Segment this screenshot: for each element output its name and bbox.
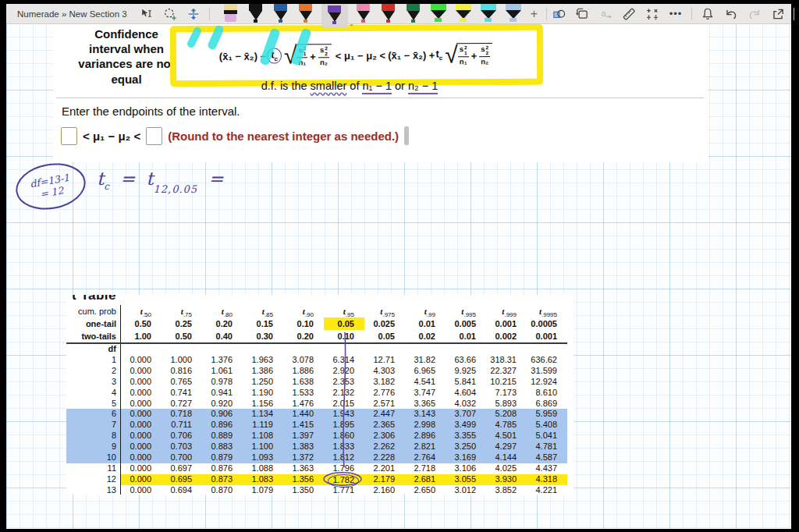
more-options-icon[interactable]: ••• xyxy=(668,6,684,22)
redo-icon[interactable] xyxy=(747,6,762,22)
t-value: 5.408 xyxy=(527,420,567,431)
t-value: 6.314 xyxy=(324,355,364,366)
t-value: 1.812 xyxy=(324,452,364,463)
t-value: 4.785 xyxy=(486,420,527,431)
t-value: 1.943 xyxy=(324,409,364,420)
t-value: 3.365 xyxy=(405,399,446,410)
share-icon[interactable] xyxy=(770,6,786,22)
spacer-cell xyxy=(364,344,405,355)
df-note: d.f. is the smaller of n₁ − 1 or n₂ − 1 xyxy=(201,80,498,92)
black-pen[interactable] xyxy=(247,4,265,24)
col-header-cum-prob: cum. prob xyxy=(66,305,121,317)
t-value: 2.776 xyxy=(364,388,405,399)
t-value: 1.363 xyxy=(283,463,324,474)
t-value: 0.000 xyxy=(121,452,162,463)
ink-to-text-icon[interactable]: a xyxy=(598,6,613,22)
t-value: 3.055 xyxy=(446,474,486,485)
one-tail-value: 0.01 xyxy=(405,317,446,330)
t-value: 3.078 xyxy=(283,355,324,366)
t-value: 0.000 xyxy=(121,355,162,366)
t-value: 0.978 xyxy=(202,377,243,388)
t-value: 1.886 xyxy=(283,366,324,377)
select-tool-icon[interactable] xyxy=(139,6,154,22)
yellow-highlighter[interactable] xyxy=(454,4,473,24)
spacer-cell xyxy=(202,344,243,355)
t-value: 2.306 xyxy=(364,431,405,442)
t-value: 0.000 xyxy=(121,388,162,399)
top-toolbar: Numerade » New Section 3 ⌄ + a ••• xyxy=(6,4,791,24)
t-value: 0.694 xyxy=(162,485,202,495)
pink-pen[interactable] xyxy=(354,4,373,24)
t-value: 1.088 xyxy=(243,463,283,474)
t-value: 0.000 xyxy=(121,377,162,388)
math-icon[interactable] xyxy=(645,6,660,22)
upper-endpoint-input[interactable] xyxy=(146,127,162,145)
eraser[interactable] xyxy=(222,4,240,24)
lower-endpoint-input[interactable] xyxy=(61,127,77,145)
t-value: 4.437 xyxy=(527,463,567,474)
t-value: 0.000 xyxy=(121,485,162,495)
t-value: 4.221 xyxy=(527,485,567,495)
add-pen-button[interactable]: + xyxy=(531,7,538,21)
t-value: 0.695 xyxy=(162,474,202,485)
t-value: 3.182 xyxy=(364,377,405,388)
notifications-bell-icon[interactable] xyxy=(700,6,716,22)
df-value: 8 xyxy=(66,431,121,442)
t-value: 0.718 xyxy=(162,409,202,420)
t-value: 0.941 xyxy=(202,388,243,399)
t-value: 318.31 xyxy=(486,355,527,366)
t-value: 3.106 xyxy=(446,463,486,474)
problem-panel: Confidenceinterval whenvariances are not… xyxy=(53,23,708,162)
t-value: 5.208 xyxy=(486,409,527,420)
two-tails-value: 0.002 xyxy=(486,330,527,342)
t-value: 1.386 xyxy=(243,366,283,377)
t-value: 1.895 xyxy=(324,420,364,431)
bluegray-highlighter[interactable] xyxy=(504,4,523,24)
text-cursor xyxy=(404,126,409,145)
one-tail-value: 0.20 xyxy=(202,317,243,330)
t-value: 2.262 xyxy=(364,442,405,452)
lasso-select-icon[interactable] xyxy=(162,6,178,22)
notebook-canvas[interactable]: Confidenceinterval whenvariances are not… xyxy=(6,23,791,529)
t-value: 4.781 xyxy=(527,442,567,452)
purple-pen[interactable]: ⌄ xyxy=(321,4,348,27)
green-highlighter[interactable] xyxy=(429,4,448,24)
t-value: 4.303 xyxy=(364,366,405,377)
t-value: 2.447 xyxy=(364,409,405,420)
t-value: 4.604 xyxy=(446,388,486,399)
df-value: 12 xyxy=(66,474,121,485)
t-value: 0.873 xyxy=(202,474,243,485)
cyan-highlighter[interactable] xyxy=(479,4,498,24)
t-value: 0.000 xyxy=(121,474,162,485)
section-divider xyxy=(56,98,704,98)
t-value: 1.415 xyxy=(283,420,324,431)
red-pen[interactable] xyxy=(379,4,398,24)
one-tail-value: 0.0005 xyxy=(527,317,567,330)
t-value: 2.998 xyxy=(405,420,446,431)
undo-icon[interactable] xyxy=(723,6,739,22)
df-value: 6 xyxy=(66,409,121,420)
t-value: 3.499 xyxy=(446,420,486,431)
shapes-icon[interactable] xyxy=(551,6,566,22)
radical-left: √ s21n₁ + s22n₂ xyxy=(284,44,332,67)
insert-space-icon[interactable] xyxy=(186,6,201,22)
ink-replay-icon[interactable] xyxy=(574,6,590,22)
t-value: 636.62 xyxy=(527,355,567,366)
t-value: 4.318 xyxy=(527,474,567,485)
toolbar-separator xyxy=(546,8,547,20)
blue-pen[interactable] xyxy=(272,4,290,24)
t-value: 1.108 xyxy=(243,431,283,442)
t-value: 1.083 xyxy=(243,474,283,485)
spacer-cell xyxy=(162,344,202,355)
one-tail-value: 0.001 xyxy=(486,317,527,330)
t-table-title: t Table xyxy=(66,295,574,303)
t-value: 0.816 xyxy=(162,366,202,377)
row-label-one-tail: one-tail xyxy=(66,317,121,330)
t-head: t.50 xyxy=(121,305,162,317)
one-tail-value: 0.025 xyxy=(364,317,405,330)
ruler-icon[interactable] xyxy=(621,6,637,22)
t-value: 1.350 xyxy=(283,485,324,495)
df-ink-circle: df=13-1 = 12 xyxy=(12,158,90,215)
orange-pen[interactable] xyxy=(297,4,315,24)
green-pen[interactable] xyxy=(404,4,423,24)
